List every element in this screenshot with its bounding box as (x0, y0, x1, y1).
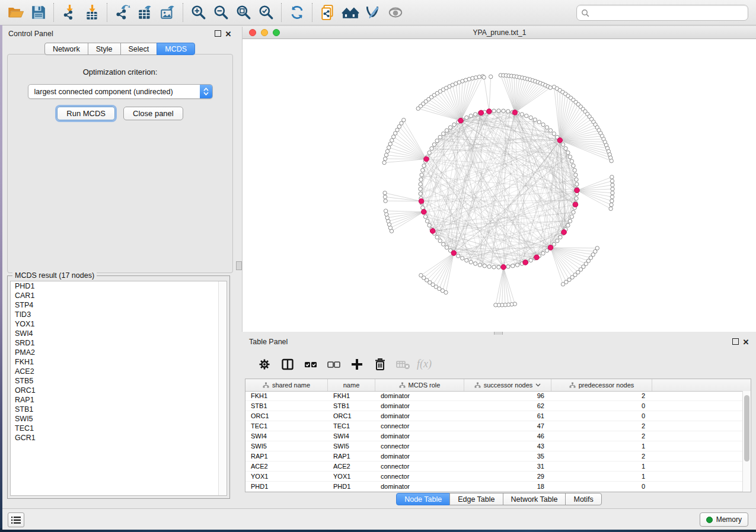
satellite-node[interactable] (390, 139, 394, 142)
mcds-hub-node[interactable] (422, 209, 427, 214)
ring-node[interactable] (465, 116, 468, 119)
network-canvas[interactable] (243, 39, 756, 332)
mcds-result-item[interactable]: PHD1 (11, 281, 227, 291)
ring-node[interactable] (575, 182, 579, 186)
tab-node-table[interactable]: Node Table (396, 493, 450, 505)
mcds-result-item[interactable]: CAR1 (11, 291, 227, 300)
satellite-node[interactable] (609, 207, 613, 210)
satellite-node[interactable] (383, 195, 387, 198)
ring-node[interactable] (502, 109, 505, 113)
table-row[interactable]: ORC1ORC1dominator610 (245, 411, 743, 421)
mcds-result-item[interactable]: GCR1 (11, 433, 227, 443)
ring-node[interactable] (435, 235, 439, 239)
ring-node[interactable] (423, 215, 427, 219)
satellite-node[interactable] (385, 149, 389, 153)
optimization-criterion-select[interactable]: largest connected component (undirected) (28, 84, 213, 99)
network-window-titlebar[interactable]: YPA_prune.txt_1 (243, 27, 756, 39)
ring-node[interactable] (566, 223, 570, 227)
memory-button[interactable]: Memory (700, 512, 748, 527)
table-row[interactable]: TEC1TEC1connector472 (245, 421, 743, 431)
ring-node[interactable] (552, 242, 556, 246)
column-header-shared-name[interactable]: shared name (245, 379, 328, 391)
satellite-node[interactable] (392, 135, 395, 139)
ring-node[interactable] (438, 239, 442, 242)
ring-node[interactable] (572, 210, 575, 214)
ring-node[interactable] (492, 109, 496, 113)
satellite-node[interactable] (610, 179, 614, 182)
ring-node[interactable] (525, 114, 528, 117)
mcds-hub-node[interactable] (575, 188, 580, 193)
mcds-result-item[interactable]: YOX1 (11, 319, 227, 329)
ring-node[interactable] (492, 265, 496, 269)
ring-node[interactable] (452, 123, 456, 126)
satellite-node[interactable] (388, 142, 392, 146)
mcds-hub-node[interactable] (479, 110, 484, 116)
zoom-in-icon[interactable] (187, 2, 210, 23)
mcds-hub-node[interactable] (424, 156, 429, 162)
close-panel-icon[interactable]: ✕ (223, 30, 234, 39)
window-zoom-traffic-light[interactable] (273, 29, 280, 36)
satellite-node[interactable] (610, 195, 614, 198)
mcds-hub-node[interactable] (562, 230, 567, 235)
ring-node[interactable] (445, 246, 448, 249)
table-settings-gear-icon[interactable] (253, 354, 276, 375)
ring-node[interactable] (529, 116, 532, 119)
mcds-result-item[interactable]: ORC1 (11, 386, 227, 395)
mcds-result-item[interactable]: STP4 (11, 300, 227, 310)
ring-node[interactable] (572, 164, 575, 168)
ring-node[interactable] (575, 197, 578, 200)
satellite-node[interactable] (610, 203, 613, 207)
ring-node[interactable] (533, 118, 537, 121)
export-table-icon[interactable] (134, 2, 157, 23)
ring-node[interactable] (419, 192, 422, 196)
zoom-selected-icon[interactable] (255, 2, 277, 23)
ring-node[interactable] (570, 159, 573, 163)
ring-node[interactable] (457, 254, 460, 258)
satellite-node[interactable] (474, 76, 477, 79)
ring-node[interactable] (474, 113, 477, 116)
ring-node[interactable] (474, 262, 477, 265)
delete-column-trash-icon[interactable] (368, 354, 391, 375)
mcds-result-item[interactable]: STB5 (11, 376, 227, 386)
satellite-node[interactable] (382, 161, 386, 164)
float-table-panel-icon[interactable] (730, 338, 741, 346)
satellite-node[interactable] (383, 191, 387, 195)
create-column-plus-icon[interactable] (345, 354, 368, 375)
ring-node[interactable] (552, 132, 556, 136)
satellite-node[interactable] (384, 153, 388, 157)
ring-node[interactable] (478, 263, 481, 267)
show-column-panel-icon[interactable] (276, 354, 299, 375)
ring-node[interactable] (511, 264, 515, 268)
search-input[interactable] (592, 7, 748, 19)
ring-node[interactable] (574, 173, 578, 177)
mcds-list-scrollbar[interactable] (218, 281, 227, 495)
ring-node[interactable] (548, 129, 552, 132)
ring-node[interactable] (570, 215, 573, 219)
ring-node[interactable] (428, 151, 431, 155)
select-all-columns-icon[interactable] (299, 354, 322, 375)
mcds-hub-node[interactable] (458, 118, 464, 123)
hide-panel-eye-icon[interactable] (384, 2, 407, 23)
import-table-icon[interactable] (81, 2, 103, 23)
ring-node[interactable] (432, 143, 436, 146)
table-scrollbar[interactable] (742, 391, 751, 492)
table-row[interactable]: RAP1RAP1dominator352 (245, 451, 743, 462)
satellite-node[interactable] (482, 75, 486, 79)
ring-node[interactable] (461, 257, 464, 260)
table-row[interactable]: YOX1YOX1connector291 (245, 472, 743, 482)
ring-node[interactable] (430, 147, 433, 150)
satellite-node[interactable] (402, 118, 406, 121)
ring-node[interactable] (541, 123, 545, 126)
ring-node[interactable] (497, 109, 500, 113)
satellite-node[interactable] (489, 75, 493, 78)
ring-node[interactable] (568, 155, 572, 159)
mcds-result-item[interactable]: FKH1 (11, 357, 227, 367)
mcds-result-list[interactable]: PHD1CAR1STP4TID3YOX1SWI4SRD1PMA2FKH1ACE2… (10, 281, 227, 496)
mcds-result-item[interactable]: SWI5 (11, 414, 227, 424)
table-row[interactable]: FKH1FKH1dominator962 (245, 391, 743, 401)
ring-node[interactable] (422, 164, 426, 168)
close-panel-button[interactable]: Close panel (123, 107, 183, 120)
mcds-result-item[interactable]: STB1 (11, 405, 227, 414)
ring-node[interactable] (564, 147, 567, 150)
ring-node[interactable] (442, 132, 445, 136)
